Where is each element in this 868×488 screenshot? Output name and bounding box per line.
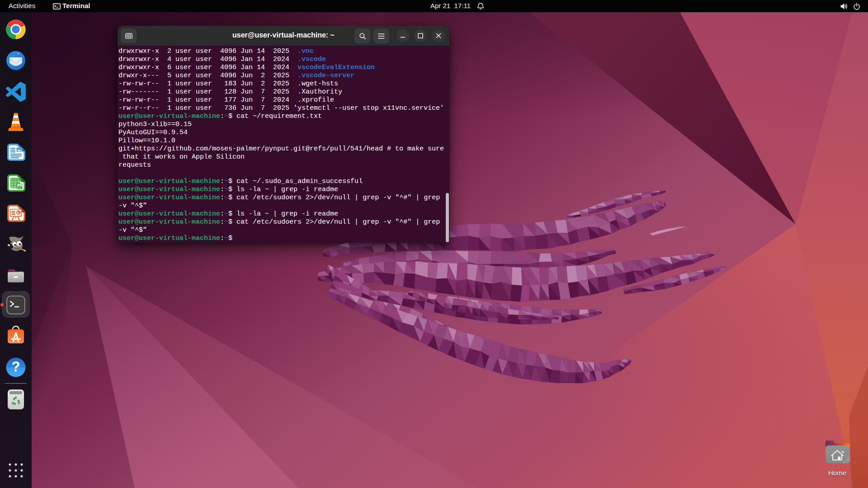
svg-text:?: ? [12,359,20,375]
